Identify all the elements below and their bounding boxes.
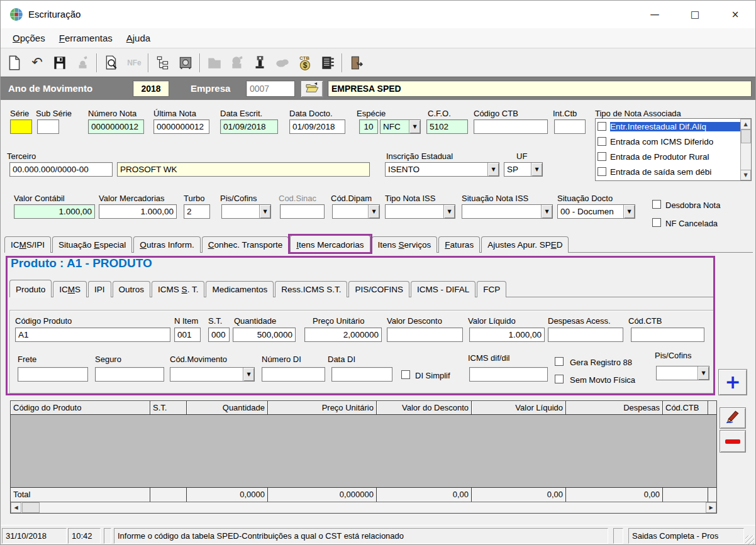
scrollbar-thumb[interactable]: [741, 129, 751, 143]
especie-codigo-field[interactable]: 10: [359, 119, 378, 134]
tab-fcp[interactable]: FCP: [477, 281, 506, 297]
tab-produto[interactable]: Produto: [9, 280, 52, 297]
cod-ctb-field[interactable]: [631, 328, 704, 342]
cod-dipam-combo[interactable]: ▼: [332, 204, 380, 219]
menu-ferramentas[interactable]: Ferramentas: [52, 30, 120, 46]
tab-medicamentos[interactable]: Medicamentos: [206, 281, 274, 297]
checkbox-icon[interactable]: [598, 167, 606, 176]
chevron-down-icon[interactable]: ▼: [623, 205, 635, 218]
codigo-ctb-field[interactable]: [474, 119, 548, 134]
cod-movimento-combo[interactable]: ▼: [170, 367, 255, 382]
close-button[interactable]: ×: [715, 1, 755, 28]
st-field[interactable]: 000: [208, 328, 230, 342]
sub-serie-field[interactable]: [37, 119, 59, 134]
valor-liquido-field[interactable]: 1.000,00: [469, 328, 545, 342]
situacao-docto-combo[interactable]: 00 - Documen ▼: [557, 204, 635, 219]
undo-icon[interactable]: ↶: [26, 52, 48, 74]
safe-icon[interactable]: [174, 52, 197, 74]
grid-horizontal-scrollbar[interactable]: ◀ ▶: [11, 502, 716, 513]
grid-col-valor-liquido[interactable]: Valor Líquido: [472, 401, 566, 415]
list-item[interactable]: Entrada de saída sem débi: [596, 164, 751, 179]
empresa-nome-field[interactable]: EMPRESA SPED: [328, 80, 752, 97]
icms-difdil-field[interactable]: [469, 367, 548, 382]
maximize-button[interactable]: □: [675, 1, 715, 28]
grid-col-st[interactable]: S.T.: [150, 401, 187, 415]
situacao-nota-iss-combo[interactable]: ▼: [462, 204, 553, 219]
data-di-field[interactable]: [331, 367, 392, 382]
di-simplif-checkbox[interactable]: [401, 370, 410, 379]
chevron-down-icon[interactable]: ▼: [698, 366, 709, 380]
chevron-down-icon[interactable]: ▼: [541, 205, 552, 218]
chevron-down-icon[interactable]: ▼: [487, 163, 499, 176]
menu-ajuda[interactable]: Ajuda: [120, 30, 157, 46]
tab-outros[interactable]: Outros: [113, 281, 151, 297]
exit-door-icon[interactable]: [345, 52, 368, 74]
uf-combo[interactable]: SP ▼: [504, 162, 543, 177]
chevron-down-icon[interactable]: ▼: [259, 205, 270, 218]
data-escrit-field[interactable]: 01/09/2018: [220, 119, 278, 134]
print-preview-icon[interactable]: [100, 52, 123, 74]
pis-cofins-item-combo[interactable]: ▼: [656, 366, 709, 380]
chevron-down-icon[interactable]: ▼: [243, 368, 254, 381]
turbo-field[interactable]: 2: [184, 204, 210, 219]
ultima-nota-field[interactable]: 0000000012: [153, 119, 209, 134]
items-grid[interactable]: Código do Produto S.T. Quantidade Preço …: [10, 400, 717, 514]
list-item[interactable]: Entrada de Produtor Rural: [596, 149, 751, 164]
chevron-down-icon[interactable]: ▼: [531, 163, 542, 176]
open-empresa-button[interactable]: [301, 80, 323, 97]
tab-situacao-especial[interactable]: Situação Especial: [52, 236, 132, 253]
list-item[interactable]: Entrada com ICMS Diferido: [596, 134, 751, 149]
codigo-produto-field[interactable]: A1: [15, 328, 170, 342]
ledger-icon[interactable]: [316, 52, 339, 74]
serie-field[interactable]: [10, 119, 32, 134]
numero-nota-field[interactable]: 0000000012: [88, 119, 144, 134]
tab-icms-ipi[interactable]: ICMS/IPI: [4, 236, 51, 253]
tab-ipi[interactable]: IPI: [88, 281, 111, 297]
desdobra-nota-checkbox[interactable]: [652, 200, 661, 209]
int-ctb-field[interactable]: [554, 119, 586, 134]
tab-ajustes-apur-sped[interactable]: Ajustes Apur. SPED: [481, 236, 569, 253]
tipo-nota-associada-list[interactable]: Entr.Interestadual Dif.Alíq Entrada com …: [595, 118, 752, 181]
scrollbar-thumb[interactable]: [22, 502, 40, 513]
gera-registro-88-checkbox[interactable]: [555, 357, 564, 366]
terceiro-documento-field[interactable]: 00.000.000/0000-00: [9, 162, 113, 177]
scroll-up-icon[interactable]: ▲: [740, 119, 751, 129]
ctb-coin-icon[interactable]: CTB$: [294, 52, 316, 74]
minimize-button[interactable]: —: [635, 1, 675, 28]
pis-cofins-combo[interactable]: ▼: [221, 204, 271, 219]
seguro-field[interactable]: [95, 367, 164, 382]
tab-icms-st[interactable]: ICMS S. T.: [152, 281, 204, 297]
delete-item-button[interactable]: [720, 430, 746, 453]
pump-icon[interactable]: [248, 52, 271, 74]
tab-outras-inform[interactable]: Outras Inform.: [133, 236, 200, 253]
ano-movimento-field[interactable]: 2018: [133, 80, 169, 97]
checkbox-icon[interactable]: [598, 152, 606, 161]
tree-icon[interactable]: [152, 52, 174, 74]
chevron-down-icon[interactable]: ▼: [409, 120, 420, 133]
valor-mercadorias-field[interactable]: 1.000,00: [99, 204, 177, 219]
scroll-right-icon[interactable]: ▶: [706, 502, 716, 513]
grid-col-valor-desconto[interactable]: Valor do Desconto: [377, 401, 472, 415]
checkbox-icon[interactable]: [598, 122, 606, 131]
add-item-button[interactable]: +: [718, 369, 747, 395]
menu-opcoes[interactable]: Opções: [6, 30, 52, 46]
tab-icms-difal[interactable]: ICMS - DIFAL: [411, 281, 475, 297]
scroll-left-icon[interactable]: ◀: [11, 502, 21, 513]
save-icon[interactable]: [48, 52, 71, 74]
preco-unitario-field[interactable]: 2,000000: [304, 328, 382, 342]
quantidade-field[interactable]: 500,0000: [233, 328, 296, 342]
nf-cancelada-checkbox[interactable]: [652, 218, 661, 227]
checkbox-icon[interactable]: [598, 137, 606, 146]
grid-col-codigo-produto[interactable]: Código do Produto: [11, 401, 150, 415]
inscricao-estadual-combo[interactable]: ISENTO ▼: [385, 162, 499, 177]
tab-icms[interactable]: ICMS: [53, 281, 87, 297]
list-item[interactable]: Entr.Interestadual Dif.Alíq: [596, 119, 751, 134]
tab-itens-servicos[interactable]: Itens Serviços: [372, 236, 438, 253]
chevron-down-icon[interactable]: ▼: [443, 205, 455, 218]
tab-pis-cofins[interactable]: PIS/COFINS: [348, 281, 409, 297]
resize-grip[interactable]: [745, 536, 754, 544]
cfo-field[interactable]: 5102: [426, 119, 468, 134]
data-docto-field[interactable]: 01/09/2018: [289, 119, 345, 134]
especie-combo[interactable]: NFC ▼: [380, 119, 421, 134]
frete-field[interactable]: [18, 367, 88, 382]
